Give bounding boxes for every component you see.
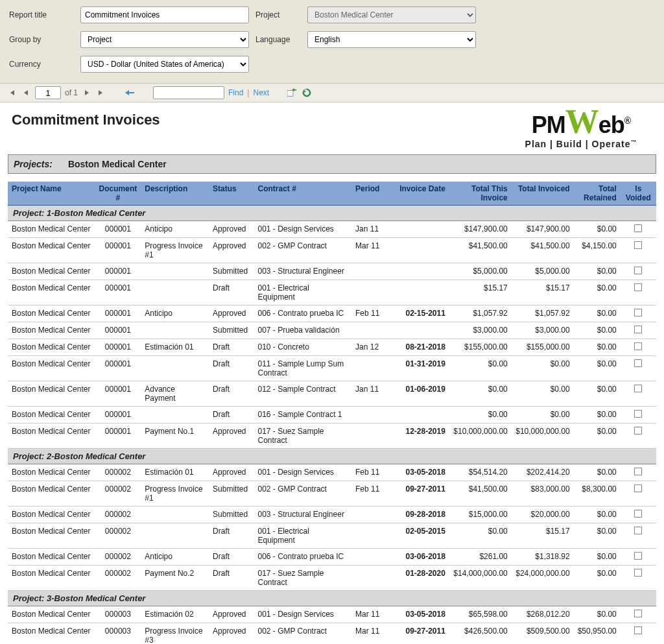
voided-checkbox[interactable] [634,610,642,617]
cell-invoice-date: 09-27-2011 [395,481,449,507]
cell-contract: 006 - Contrato prueba IC [254,549,351,566]
currency-select[interactable]: USD - Dollar (United States of America) [80,56,249,73]
table-row[interactable]: Boston Medical Center000001AnticipoAppro… [8,221,656,238]
cell-invoice-date: 03-05-2018 [395,606,449,623]
cell-total-invoiced: $1,318.92 [512,549,574,566]
col-period[interactable]: Period [351,182,395,206]
table-row[interactable]: Boston Medical Center000002Draft001 - El… [8,523,656,549]
cell-period: Jan 11 [351,381,395,407]
cell-description: Estimación 02 [141,606,209,623]
last-page-icon[interactable] [96,88,106,98]
table-row[interactable]: Boston Medical Center000001AnticipoAppro… [8,305,656,322]
cell-description: Progress Invoice #3 [141,623,209,645]
voided-checkbox[interactable] [634,484,642,492]
voided-checkbox[interactable] [634,359,642,367]
refresh-icon[interactable] [302,88,312,98]
cell-invoice-date: 01-31-2019 [395,356,449,381]
voided-checkbox[interactable] [634,326,642,333]
find-link[interactable]: Find [228,88,243,97]
table-row[interactable]: Boston Medical Center000001Submitted003 … [8,263,656,280]
group-row: Project: 2-Boston Medical Center [8,449,656,464]
cell-period: Mar 11 [351,238,395,263]
cell-period: Jan 11 [351,221,395,238]
table-row[interactable]: Boston Medical Center000001Payment No.1A… [8,423,656,449]
page-number-input[interactable] [35,86,61,99]
cell-contract: 016 - Sample Contract 1 [254,407,351,423]
cell-document-no: 000001 [95,238,141,263]
table-row[interactable]: Boston Medical Center000002Progress Invo… [8,481,656,507]
table-row[interactable]: Boston Medical Center000001Advance Payme… [8,381,656,407]
voided-checkbox[interactable] [634,468,642,475]
cell-status: Approved [209,423,254,449]
col-document-no[interactable]: Document # [95,182,141,206]
table-row[interactable]: Boston Medical Center000001Submitted007 … [8,322,656,339]
voided-checkbox[interactable] [634,510,642,518]
table-row[interactable]: Boston Medical Center000003Estimación 02… [8,606,656,623]
cell-project: Boston Medical Center [8,322,95,339]
next-page-icon[interactable] [82,88,92,98]
cell-document-no: 000001 [95,356,141,381]
cell-document-no: 000001 [95,381,141,407]
table-row[interactable]: Boston Medical Center000001Estimación 01… [8,339,656,356]
language-select[interactable]: English [307,31,476,48]
table-row[interactable]: Boston Medical Center000001Progress Invo… [8,238,656,263]
cell-total-retained: $0.00 [574,221,621,238]
pmweb-logo: PMWeb® Plan | Build | Operate™ [510,112,652,149]
cell-total-invoiced: $83,000.00 [512,481,574,507]
voided-checkbox[interactable] [634,267,642,274]
cell-document-no: 000001 [95,280,141,305]
voided-checkbox[interactable] [634,309,642,316]
cell-total-retained: $0.00 [574,339,621,356]
table-row[interactable]: Boston Medical Center000001Draft011 - Sa… [8,356,656,381]
cell-total-this-invoice: $147,900.00 [449,221,512,238]
table-row[interactable]: Boston Medical Center000002AnticipoDraft… [8,549,656,566]
table-row[interactable]: Boston Medical Center000002Estimación 01… [8,464,656,481]
voided-checkbox[interactable] [634,342,642,350]
projects-banner: Projects: Boston Medical Center [8,154,656,174]
voided-checkbox[interactable] [634,552,642,560]
cell-is-voided [621,549,656,566]
language-label: Language [255,35,301,44]
voided-checkbox[interactable] [634,427,642,435]
cell-project: Boston Medical Center [8,381,95,407]
col-status[interactable]: Status [209,182,254,206]
table-row[interactable]: Boston Medical Center000001Draft001 - El… [8,280,656,305]
voided-checkbox[interactable] [634,410,642,418]
voided-checkbox[interactable] [634,626,642,634]
next-link[interactable]: Next [253,88,269,97]
col-contract-no[interactable]: Contract # [254,182,351,206]
col-total-retained[interactable]: Total Retained [574,182,621,206]
voided-checkbox[interactable] [634,241,642,249]
table-row[interactable]: Boston Medical Center000002Payment No.2D… [8,566,656,591]
find-input[interactable] [153,86,224,99]
cell-project: Boston Medical Center [8,339,95,356]
group-by-select[interactable]: Project [80,31,249,48]
col-project-name[interactable]: Project Name [8,182,95,206]
voided-checkbox[interactable] [634,527,642,534]
col-total-invoiced[interactable]: Total Invoiced [512,182,574,206]
project-select[interactable]: Boston Medical Center [307,6,476,23]
cell-is-voided [621,339,656,356]
cell-total-this-invoice: $41,500.00 [449,481,512,507]
col-invoice-date[interactable]: Invoice Date [395,182,449,206]
col-is-voided[interactable]: Is Voided [621,182,656,206]
voided-checkbox[interactable] [634,569,642,577]
report-title-input[interactable] [80,6,249,23]
cell-status: Approved [209,606,254,623]
voided-checkbox[interactable] [634,224,642,232]
cell-invoice-date: 03-05-2018 [395,464,449,481]
table-row[interactable]: Boston Medical Center000003Progress Invo… [8,623,656,645]
col-description[interactable]: Description [141,182,209,206]
table-row[interactable]: Boston Medical Center000002Submitted003 … [8,507,656,523]
voided-checkbox[interactable] [634,283,642,291]
prev-page-icon[interactable] [21,88,31,98]
back-nav-icon[interactable] [124,88,135,98]
table-row[interactable]: Boston Medical Center000001Draft016 - Sa… [8,407,656,423]
voided-checkbox[interactable] [634,385,642,392]
cell-project: Boston Medical Center [8,263,95,280]
export-icon[interactable] [287,88,298,98]
cell-status: Draft [209,381,254,407]
first-page-icon[interactable] [6,88,17,98]
cell-status: Draft [209,549,254,566]
col-total-this-invoice[interactable]: Total This Invoice [449,182,512,206]
